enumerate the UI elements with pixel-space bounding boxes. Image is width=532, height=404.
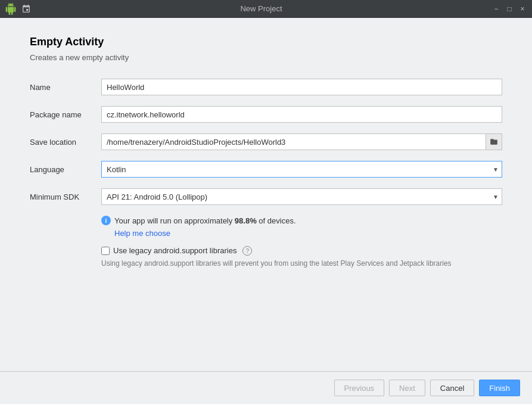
info-text-suffix: of devices. bbox=[257, 216, 296, 225]
dialog-footer: Previous Next Cancel Finish bbox=[0, 371, 532, 404]
save-location-input[interactable] bbox=[101, 133, 486, 150]
save-location-row: Save location bbox=[30, 133, 502, 150]
package-label: Package name bbox=[30, 110, 101, 119]
name-row: Name bbox=[30, 79, 502, 95]
info-text-prefix: Your app will run on approximately bbox=[114, 216, 235, 225]
info-icon: i bbox=[101, 216, 111, 225]
dialog: Empty Activity Creates a new empty activ… bbox=[0, 18, 532, 404]
sdk-row: Minimum SDK API 16: Android 4.1 (Jelly B… bbox=[30, 188, 502, 205]
maximize-button[interactable]: □ bbox=[505, 4, 514, 14]
titlebar-left bbox=[5, 3, 31, 15]
finish-button[interactable]: Finish bbox=[479, 380, 520, 396]
name-label: Name bbox=[30, 83, 101, 92]
cancel-button[interactable]: Cancel bbox=[430, 380, 474, 396]
info-text: Your app will run on approximately 98.8%… bbox=[114, 216, 296, 225]
dialog-content: Empty Activity Creates a new empty activ… bbox=[0, 18, 532, 371]
checkbox-description: Using legacy android.support libraries w… bbox=[101, 258, 502, 269]
pin-icon bbox=[21, 4, 31, 14]
dialog-title: Empty Activity bbox=[30, 36, 502, 48]
browse-button[interactable] bbox=[486, 133, 502, 150]
titlebar-controls: − □ × bbox=[491, 4, 527, 14]
sdk-label: Minimum SDK bbox=[30, 192, 101, 201]
name-input[interactable] bbox=[101, 79, 502, 95]
info-percentage: 98.8% bbox=[235, 216, 257, 225]
next-button[interactable]: Next bbox=[389, 380, 425, 396]
android-icon bbox=[5, 3, 17, 15]
language-select[interactable]: Kotlin Java bbox=[101, 161, 502, 178]
legacy-checkbox-label[interactable]: Use legacy android.support libraries bbox=[101, 246, 237, 255]
info-line: i Your app will run on approximately 98.… bbox=[101, 216, 502, 225]
info-section: i Your app will run on approximately 98.… bbox=[101, 216, 502, 238]
package-input[interactable] bbox=[101, 106, 502, 123]
save-location-label: Save location bbox=[30, 138, 101, 147]
sdk-select-wrapper: API 16: Android 4.1 (Jelly Bean) API 21:… bbox=[101, 188, 502, 205]
help-link[interactable]: Help me choose bbox=[114, 229, 170, 238]
close-button[interactable]: × bbox=[518, 4, 527, 14]
dialog-subtitle: Creates a new empty activity bbox=[30, 53, 502, 62]
titlebar-title: New Project bbox=[31, 4, 491, 13]
package-row: Package name bbox=[30, 106, 502, 123]
minimize-button[interactable]: − bbox=[491, 4, 501, 14]
language-row: Language Kotlin Java ▼ bbox=[30, 161, 502, 178]
language-select-wrapper: Kotlin Java ▼ bbox=[101, 161, 502, 178]
question-icon[interactable]: ? bbox=[242, 246, 252, 256]
language-label: Language bbox=[30, 165, 101, 174]
save-location-field bbox=[101, 133, 502, 150]
legacy-checkbox[interactable] bbox=[101, 247, 110, 255]
legacy-checkbox-row: Use legacy android.support libraries ? bbox=[101, 246, 502, 256]
titlebar: New Project − □ × bbox=[0, 0, 532, 18]
sdk-select[interactable]: API 16: Android 4.1 (Jelly Bean) API 21:… bbox=[101, 188, 502, 205]
previous-button[interactable]: Previous bbox=[334, 380, 385, 396]
legacy-checkbox-text: Use legacy android.support libraries bbox=[113, 246, 237, 255]
